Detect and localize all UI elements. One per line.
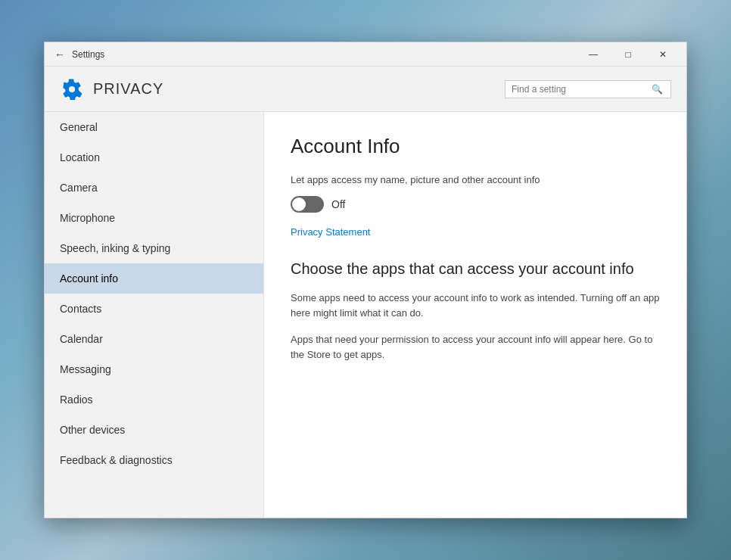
- sidebar-item-other-devices[interactable]: Other devices: [45, 415, 263, 445]
- toggle-row: Off: [291, 196, 660, 213]
- search-box[interactable]: 🔍: [505, 80, 671, 98]
- body-text-1: Some apps need to access your account in…: [291, 291, 660, 320]
- gear-icon: [60, 77, 84, 101]
- close-button[interactable]: ✕: [645, 42, 680, 67]
- sidebar-item-general[interactable]: General: [45, 112, 263, 142]
- back-button[interactable]: ←: [51, 45, 69, 64]
- settings-window: ← Settings — □ ✕ PRIVACY 🔍: [44, 42, 687, 518]
- window-controls: — □ ✕: [576, 42, 680, 67]
- sidebar-item-camera[interactable]: Camera: [45, 173, 263, 203]
- sidebar-item-microphone[interactable]: Microphone: [45, 203, 263, 233]
- sidebar-item-account-info[interactable]: Account info: [45, 263, 263, 294]
- content-area: General Location Camera Microphone Speec…: [45, 112, 686, 518]
- titlebar: ← Settings — □ ✕: [45, 42, 686, 67]
- privacy-statement-link[interactable]: Privacy Statement: [291, 226, 371, 238]
- toggle-label: Off: [331, 198, 345, 210]
- sidebar-item-messaging[interactable]: Messaging: [45, 354, 263, 384]
- sidebar: General Location Camera Microphone Speec…: [45, 112, 264, 518]
- sidebar-item-calendar[interactable]: Calendar: [45, 324, 263, 354]
- sidebar-item-speech[interactable]: Speech, inking & typing: [45, 233, 263, 263]
- account-info-toggle[interactable]: [291, 196, 324, 213]
- maximize-button[interactable]: □: [611, 42, 645, 67]
- page-title: Account Info: [291, 135, 660, 158]
- sidebar-item-contacts[interactable]: Contacts: [45, 294, 263, 324]
- sidebar-item-location[interactable]: Location: [45, 142, 263, 173]
- main-panel: Account Info Let apps access my name, pi…: [264, 112, 686, 518]
- search-input[interactable]: [512, 84, 652, 95]
- toggle-description: Let apps access my name, picture and oth…: [291, 173, 660, 187]
- search-icon: 🔍: [652, 84, 663, 95]
- section-title: Choose the apps that can access your acc…: [291, 259, 660, 278]
- app-header: PRIVACY 🔍: [45, 67, 686, 112]
- minimize-button[interactable]: —: [576, 42, 611, 67]
- app-title: PRIVACY: [93, 80, 505, 98]
- sidebar-item-feedback[interactable]: Feedback & diagnostics: [45, 445, 263, 475]
- sidebar-item-radios[interactable]: Radios: [45, 384, 263, 415]
- body-text-2: Apps that need your permission to access…: [291, 332, 660, 362]
- window-title: Settings: [72, 49, 576, 60]
